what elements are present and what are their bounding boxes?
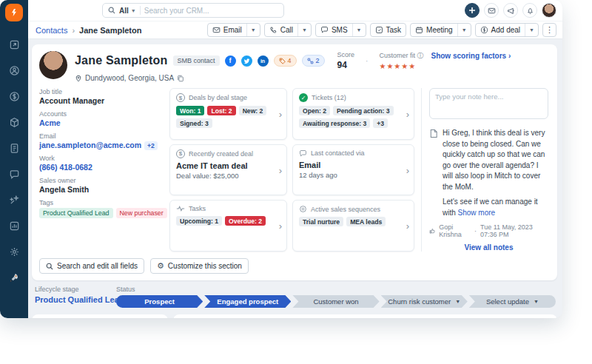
chevron-right-icon[interactable]: › (406, 164, 409, 175)
more-actions-button[interactable]: ⋮ (542, 23, 556, 37)
twitter-icon[interactable] (241, 55, 252, 67)
field-accounts: Accounts Acme (39, 110, 162, 127)
show-more-link[interactable]: Show more (458, 209, 496, 217)
quick-add-button[interactable] (465, 3, 480, 18)
more-emails-badge[interactable]: +2 (144, 141, 158, 150)
dashboard-icon[interactable] (8, 39, 20, 51)
rocket-icon[interactable] (8, 272, 20, 284)
contact-summary-card: Jane Sampleton SMB contact f in 4 2 Scor… (32, 44, 557, 280)
tasks-card[interactable]: Tasks Upcoming: 1 Overdue: 2 › (169, 200, 287, 252)
status-pipeline: Prospect Engaged prospect Customer won C… (116, 295, 556, 308)
products-icon[interactable] (8, 117, 20, 129)
phone-link[interactable]: (866) 418-0682 (39, 163, 162, 172)
add-deal-dropdown[interactable]: ▼ (525, 24, 538, 36)
chevron-right-icon[interactable]: › (406, 220, 409, 232)
search-input[interactable] (144, 7, 278, 15)
breadcrumb-contacts-link[interactable]: Contacts (36, 26, 67, 35)
deals-icon[interactable] (8, 91, 20, 103)
facebook-icon[interactable]: f (225, 55, 236, 67)
add-deal-button[interactable]: Add deal ▼ (475, 23, 539, 37)
tag-pill[interactable]: Product Qualified Lead (39, 208, 113, 218)
chevron-down-icon: ▼ (534, 299, 539, 304)
ticket-icon: ✓ (299, 93, 308, 102)
deals-by-stage-card[interactable]: $Deals by deal stage Won: 1 Lost: 2 New:… (169, 88, 287, 140)
search-icon (46, 263, 53, 270)
lifecycle-stage-dropdown[interactable]: Product Qualified Lead ▼ (35, 295, 106, 304)
note-timestamp: Tue 11 May, 2023 07:36 PM (480, 223, 548, 238)
field-sales-owner: Sales owner Angela Smith (39, 177, 162, 194)
chat-bubble-icon (299, 149, 307, 158)
customize-section-button[interactable]: ⚙ Customize this section (150, 258, 249, 274)
task-icon (375, 26, 383, 34)
crm-app-window: All▼ Contacts › Jane Sampleton Email (0, 0, 562, 318)
copy-icon[interactable] (177, 75, 184, 82)
contact-details-card: Contact details ⚙ Activties Account deta… (32, 314, 168, 318)
note-input[interactable] (429, 88, 548, 119)
stage-select-update[interactable]: Select update▼ (469, 295, 556, 308)
view-all-notes-link[interactable]: View all notes (429, 243, 548, 252)
breadcrumb-chevron-icon: › (72, 26, 75, 35)
chevron-right-icon[interactable]: › (279, 220, 282, 232)
sms-button[interactable]: SMS ▼ (315, 23, 366, 37)
call-dropdown[interactable]: ▼ (298, 24, 311, 36)
note-meta: Gopi Krishna · Tue 11 May, 2023 07:36 PM (429, 223, 548, 238)
breadcrumb: Contacts › Jane Sampleton (36, 26, 141, 35)
email-link[interactable]: jane.sampleton@acme.com (39, 141, 141, 149)
automation-icon[interactable] (8, 195, 20, 206)
email-inbox-icon[interactable] (484, 3, 499, 18)
note-item[interactable]: Hi Greg, I think this deal is very close… (429, 128, 548, 218)
email-dropdown[interactable]: ▼ (247, 24, 260, 36)
stage-prospect[interactable]: Prospect (116, 295, 203, 308)
field-job-title: Job title Account Manager (39, 88, 162, 105)
meeting-button[interactable]: Meeting ▼ (410, 23, 471, 37)
deal-dollar-icon (480, 26, 488, 34)
deal-dollar-icon: $ (176, 149, 185, 158)
call-button[interactable]: Call ▼ (264, 23, 312, 37)
deal-dollar-icon: $ (176, 93, 185, 102)
megaphone-icon[interactable] (503, 3, 518, 18)
phone-icon (269, 26, 278, 34)
task-button[interactable]: Task (370, 23, 407, 37)
freshworks-logo-icon[interactable] (5, 4, 23, 21)
show-scoring-factors-link[interactable]: Show scoring factors › (431, 52, 511, 60)
conversations-icon[interactable] (8, 169, 20, 181)
sales-sequences-card[interactable]: Active sales sequences Trial nurture MEA… (292, 200, 414, 252)
related-deals-card: Related deals (11) + Add deal $500 1 Ope… (173, 314, 557, 318)
search-fields-button[interactable]: Search and edit all fields (39, 258, 144, 274)
chevron-right-icon[interactable]: › (279, 164, 282, 175)
chevron-down-icon: ▼ (131, 8, 136, 13)
chevron-right-icon[interactable]: › (406, 108, 409, 119)
thumb-up-icon[interactable] (429, 227, 435, 235)
contact-avatar (39, 51, 67, 79)
recent-deal-card[interactable]: $Recently created deal Acme IT team deal… (169, 144, 287, 196)
email-button[interactable]: Email ▼ (207, 23, 260, 37)
contact-location: Dundywood, Georgia, USA (85, 74, 174, 82)
info-icon[interactable]: ⓘ (417, 52, 423, 59)
tag-icon (279, 58, 286, 64)
meeting-dropdown[interactable]: ▼ (458, 24, 471, 36)
field-email: Email jane.sampleton@acme.com+2 (39, 132, 162, 149)
account-link[interactable]: Acme (39, 118, 162, 127)
contact-page-content: Jane Sampleton SMB contact f in 4 2 Scor… (28, 39, 562, 318)
tickets-count-badge[interactable]: 4 (274, 55, 297, 67)
settings-icon[interactable] (8, 246, 20, 258)
stage-churn-risk[interactable]: Churn risk customer▼ (381, 295, 468, 308)
documents-icon[interactable] (8, 143, 20, 155)
tag-pill[interactable]: New purchaser (116, 208, 167, 218)
field-work-phone: Work (866) 418-0682 (39, 155, 162, 172)
user-avatar[interactable] (542, 3, 556, 18)
search-scope-dropdown[interactable]: All▼ (119, 7, 136, 15)
last-contacted-card[interactable]: Last contacted via Email 12 days ago › (292, 144, 414, 196)
notifications-bell-icon[interactable] (522, 3, 537, 18)
stage-engaged-prospect[interactable]: Engaged prospect (204, 295, 291, 308)
analytics-icon[interactable] (8, 220, 20, 232)
contacts-icon[interactable] (8, 65, 20, 77)
envelope-icon (212, 26, 221, 34)
tickets-card[interactable]: ✓Tickets (12) Open: 2 Pending action: 3 … (292, 88, 414, 140)
chevron-right-icon[interactable]: › (279, 108, 282, 119)
sms-dropdown[interactable]: ▼ (353, 24, 366, 36)
linkedin-icon[interactable]: in (258, 55, 269, 67)
global-search[interactable]: All▼ (102, 3, 284, 18)
linked-records-badge[interactable]: 2 (302, 55, 325, 67)
stage-customer-won[interactable]: Customer won (292, 295, 379, 308)
